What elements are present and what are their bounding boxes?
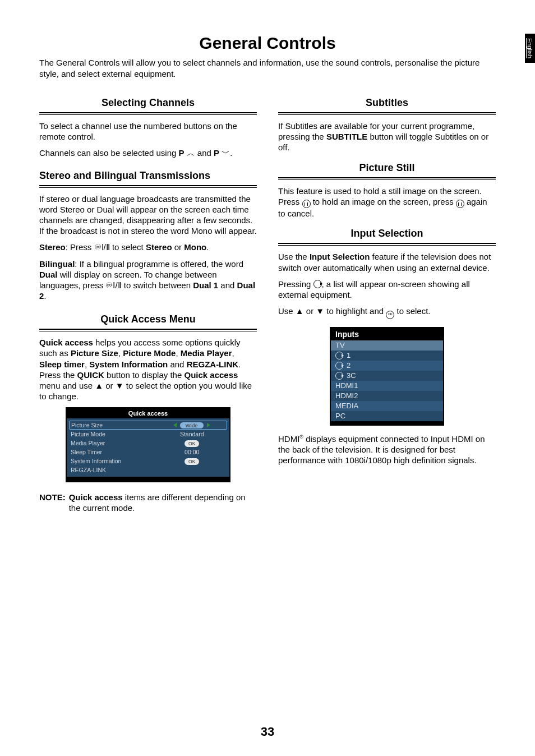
heading-input-selection: Input Selection [278,228,496,242]
sc-p2: Channels can also be selected using P ︿ … [39,147,257,158]
inputs-row: 3C [331,371,443,381]
inputs-row-label: 3C [347,371,356,380]
qa-o2: Picture Mode [123,348,176,358]
ok-pill: OK [185,440,199,447]
qa-selected-value: Wide [180,422,204,428]
qa-row: Sleep Timer00:00 [69,448,227,457]
qa-o5: System Information [89,359,168,369]
ok-pill: OK [185,458,199,465]
qa-note: NOTE: Quick access items are different d… [39,492,257,514]
still-b: to hold an image on the screen, press [311,197,456,206]
inp-b: Input Selection [310,252,370,261]
inputs-row: TV [331,340,443,351]
triangle-left-icon [173,423,177,427]
qa-row: REGZA-LINK [69,465,227,474]
qa-o4: Sleep timer [39,359,85,369]
note-label: NOTE: [39,492,69,514]
note-text: Quick access items are different dependi… [69,492,257,514]
input-source-icon [335,362,343,370]
qa-row-value: 00:00 [156,449,227,455]
st-p3: Bilingual: If a bilingual programme is o… [39,259,257,302]
left-column: Selecting Channels To select a channel u… [39,93,257,514]
st-end: . [206,242,209,252]
inputs-row-label: HDMI1 [335,381,358,390]
heading-selecting-channels: Selecting Channels [39,97,257,111]
qa-row: Picture SizeWide [69,421,227,430]
chevron-down-icon: ﹀ [222,148,230,158]
st-b3: to switch between [122,280,193,290]
qa-row-value: OK [156,458,227,465]
input-source-icon [313,280,322,288]
registered-icon: ® [299,434,303,440]
qa-row-label: Sleep Timer [69,449,156,455]
inputs-rows: TV123CHDMI1HDMI2MEDIAPC [331,340,443,421]
hold-icon-2 [456,200,464,208]
inputs-row-label: MEDIA [335,402,358,410]
st-end2: . [44,291,46,301]
st-stereo-word: Stereo [146,242,172,252]
st-bilingual-label: Bilingual [39,259,75,269]
qa-bold: Quick access [39,338,93,347]
inputs-row: HDMI2 [331,391,443,401]
input-source-icon [335,352,343,359]
st-p1: If stereo or dual language broadcasts ar… [39,193,257,237]
sc-p2a: Channels can also be selected using [39,148,179,158]
qa-o6: REGZA-LINK [187,359,239,369]
qa-row-label: Media Player [69,440,156,446]
section-subtitles: Subtitles If Subtitles are available for… [278,97,496,153]
audio-mode-icon-2: ♾Ⅰ/Ⅱ [105,280,121,290]
st-mono-word: Mono [184,242,206,252]
st-t1: : Press [66,242,94,252]
qa-box-inner: Picture SizeWidePicture ModeStandardMedi… [67,418,229,477]
page-title: General Controls [39,34,496,53]
qa-btn: QUICK [77,370,104,380]
inp-a: Use the [278,252,310,261]
hdmi-label: HDMI [278,434,299,444]
note-bold: Quick access [69,492,123,502]
inputs-row: HDMI1 [331,381,443,391]
sub-p1: If Subtitles are available for your curr… [278,121,496,153]
heading-picture-still: Picture Still [278,162,496,176]
st-dual1: Dual 1 [193,280,218,290]
triangle-right-icon [207,423,210,427]
inp-2a: Pressing [278,279,313,289]
inputs-row: 1 [331,351,443,361]
qa-row-label: System Information [69,458,156,464]
qa-row-label: REGZA-LINK [69,467,156,473]
inputs-row-label: HDMI2 [335,391,358,400]
page-body: General Controls The General Controls wi… [0,0,535,536]
sub-btn: SUBTITLE [326,132,367,141]
qa-o1: Picture Size [71,348,118,358]
st-dual: Dual [39,270,58,279]
inp-p2: Pressing , a list will appear on-screen … [278,279,496,300]
right-column: Subtitles If Subtitles are available for… [278,93,496,514]
heading-subtitles: Subtitles [278,97,496,111]
st-b1: : If a bilingual programme is offered, t… [75,259,243,269]
hdmi-note: HDMI® displays equipment connected to In… [278,434,496,466]
qa-row: System InformationOK [69,457,227,465]
qa-o3: Media Player [181,348,232,358]
qa-row-value: Wide [156,422,227,428]
inputs-row: 2 [331,361,443,371]
language-tab: English [525,34,535,63]
hdmi-body: displays equipment connected to Input HD… [278,434,485,465]
inputs-row-label: TV [335,341,345,349]
qa-box-title: Quick access [67,408,229,418]
st-stereo-label: Stereo [39,242,66,252]
inputs-row-label: PC [335,412,345,420]
heading-quick-access: Quick Access Menu [39,314,257,328]
section-input-selection: Input Selection Use the Input Selection … [278,228,496,465]
inputs-row: MEDIA [331,401,443,411]
qa-menu: Quick access [184,370,238,380]
page-number: 33 [0,725,535,739]
inp-3b: to select. [394,306,430,316]
inp-p1: Use the Input Selection feature if the t… [278,251,496,273]
inp-p3: Use ▲ or ▼ to highlight and to select. [278,306,496,319]
inputs-row-label: 2 [347,361,350,370]
qa-row-value: Standard [156,431,227,437]
qa-row-label: Picture Size [70,422,156,428]
heading-stereo: Stereo and Bilingual Transmissions [39,170,257,184]
qa-row: Media PlayerOK [69,439,227,448]
qa-t4: menu and use ▲ or ▼ to select the option… [39,381,252,401]
section-quick-access: Quick Access Menu Quick access helps you… [39,314,257,514]
